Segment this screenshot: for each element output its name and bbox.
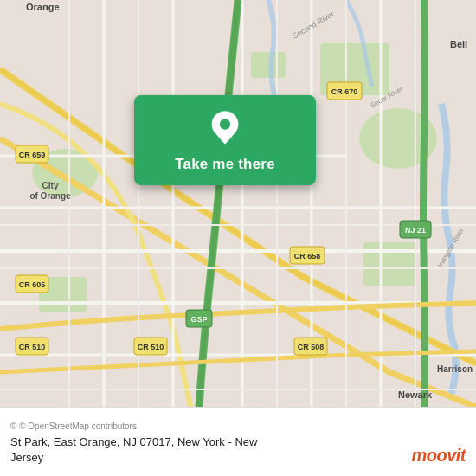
location-pin-icon	[206, 109, 244, 147]
copyright-symbol: ©	[10, 421, 16, 431]
svg-text:of Orange: of Orange	[29, 191, 71, 201]
svg-rect-5	[363, 242, 415, 286]
bottom-bar: © © OpenStreetMap contributors St Park, …	[0, 407, 476, 476]
moovit-logo: moovit	[411, 446, 466, 466]
take-me-there-overlay: Take me there	[134, 95, 316, 185]
svg-text:CR 659: CR 659	[19, 151, 46, 159]
svg-text:NJ 21: NJ 21	[405, 226, 426, 235]
take-me-there-button[interactable]: Take me there	[175, 156, 275, 173]
svg-text:CR 658: CR 658	[294, 252, 321, 261]
location-line2: Jersey	[10, 450, 257, 466]
svg-text:Newark: Newark	[398, 389, 433, 400]
svg-rect-6	[251, 52, 286, 78]
svg-text:CR 510: CR 510	[19, 343, 46, 351]
svg-point-54	[220, 119, 230, 129]
take-me-there-card[interactable]: Take me there	[134, 95, 316, 185]
svg-text:CR 605: CR 605	[19, 280, 46, 289]
svg-text:CR 670: CR 670	[331, 87, 358, 96]
copyright-line: © © OpenStreetMap contributors	[10, 421, 466, 431]
svg-text:City: City	[42, 181, 59, 190]
svg-text:Harrison: Harrison	[437, 364, 473, 374]
copyright-text: © OpenStreetMap contributors	[19, 421, 137, 431]
map-svg: Second River CR 659 CR 670 CR 658 CR 605…	[0, 0, 476, 407]
moovit-label: moovit	[411, 446, 466, 466]
svg-text:Bell: Bell	[450, 39, 467, 49]
svg-text:GSP: GSP	[190, 315, 207, 324]
map-container: Second River CR 659 CR 670 CR 658 CR 605…	[0, 0, 476, 407]
svg-text:CR 508: CR 508	[298, 343, 325, 351]
svg-text:CR 510: CR 510	[138, 343, 164, 351]
location-text: St Park, East Orange, NJ 07017, New York…	[10, 434, 257, 465]
svg-rect-0	[0, 0, 476, 407]
svg-text:Orange: Orange	[26, 2, 60, 12]
location-line1: St Park, East Orange, NJ 07017, New York…	[10, 434, 257, 450]
